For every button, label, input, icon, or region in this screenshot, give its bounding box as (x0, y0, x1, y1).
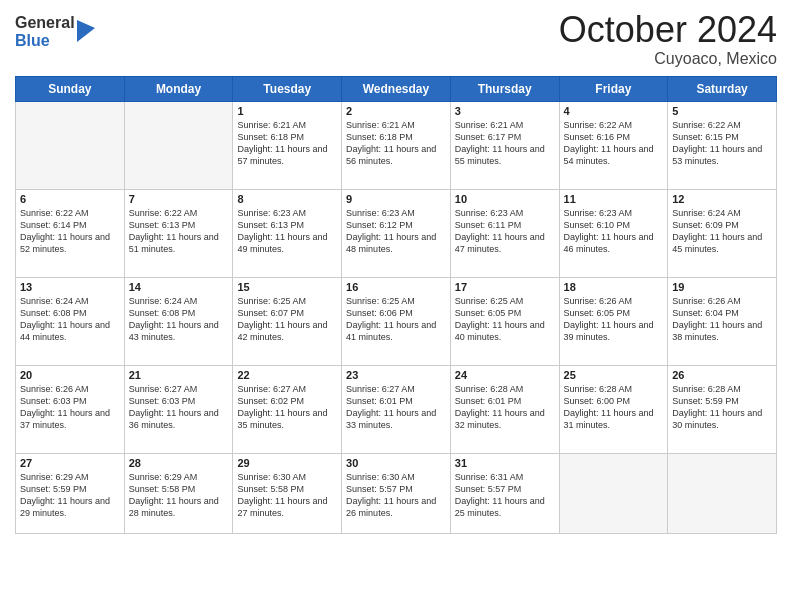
cal-cell: 2Sunrise: 6:21 AM Sunset: 6:18 PM Daylig… (342, 101, 451, 189)
cell-info: Sunrise: 6:23 AM Sunset: 6:13 PM Dayligh… (237, 207, 337, 256)
cal-cell: 1Sunrise: 6:21 AM Sunset: 6:18 PM Daylig… (233, 101, 342, 189)
logo-text: General Blue (15, 14, 75, 49)
cell-info: Sunrise: 6:24 AM Sunset: 6:08 PM Dayligh… (129, 295, 229, 344)
cell-info: Sunrise: 6:22 AM Sunset: 6:15 PM Dayligh… (672, 119, 772, 168)
title-block: October 2024 Cuyoaco, Mexico (559, 10, 777, 68)
logo-icon (77, 20, 95, 42)
week-row-2: 6Sunrise: 6:22 AM Sunset: 6:14 PM Daylig… (16, 189, 777, 277)
day-header-monday: Monday (124, 76, 233, 101)
day-header-sunday: Sunday (16, 76, 125, 101)
day-number: 14 (129, 281, 229, 293)
day-number: 5 (672, 105, 772, 117)
cal-cell: 25Sunrise: 6:28 AM Sunset: 6:00 PM Dayli… (559, 365, 668, 453)
cell-info: Sunrise: 6:26 AM Sunset: 6:03 PM Dayligh… (20, 383, 120, 432)
cal-cell (668, 453, 777, 533)
location: Cuyoaco, Mexico (559, 50, 777, 68)
day-header-thursday: Thursday (450, 76, 559, 101)
day-number: 29 (237, 457, 337, 469)
day-number: 6 (20, 193, 120, 205)
day-number: 24 (455, 369, 555, 381)
cal-cell: 29Sunrise: 6:30 AM Sunset: 5:58 PM Dayli… (233, 453, 342, 533)
days-header-row: SundayMondayTuesdayWednesdayThursdayFrid… (16, 76, 777, 101)
day-number: 17 (455, 281, 555, 293)
cal-cell: 12Sunrise: 6:24 AM Sunset: 6:09 PM Dayli… (668, 189, 777, 277)
cal-cell (16, 101, 125, 189)
day-number: 4 (564, 105, 664, 117)
cell-info: Sunrise: 6:22 AM Sunset: 6:16 PM Dayligh… (564, 119, 664, 168)
day-number: 11 (564, 193, 664, 205)
cal-cell: 27Sunrise: 6:29 AM Sunset: 5:59 PM Dayli… (16, 453, 125, 533)
cal-cell: 8Sunrise: 6:23 AM Sunset: 6:13 PM Daylig… (233, 189, 342, 277)
cal-cell: 15Sunrise: 6:25 AM Sunset: 6:07 PM Dayli… (233, 277, 342, 365)
cal-cell: 23Sunrise: 6:27 AM Sunset: 6:01 PM Dayli… (342, 365, 451, 453)
cal-cell: 21Sunrise: 6:27 AM Sunset: 6:03 PM Dayli… (124, 365, 233, 453)
logo: General Blue (15, 14, 95, 49)
day-header-saturday: Saturday (668, 76, 777, 101)
cal-cell: 14Sunrise: 6:24 AM Sunset: 6:08 PM Dayli… (124, 277, 233, 365)
cal-cell: 9Sunrise: 6:23 AM Sunset: 6:12 PM Daylig… (342, 189, 451, 277)
day-number: 19 (672, 281, 772, 293)
cell-info: Sunrise: 6:22 AM Sunset: 6:14 PM Dayligh… (20, 207, 120, 256)
cal-cell: 31Sunrise: 6:31 AM Sunset: 5:57 PM Dayli… (450, 453, 559, 533)
cal-cell: 6Sunrise: 6:22 AM Sunset: 6:14 PM Daylig… (16, 189, 125, 277)
header: General Blue October 2024 Cuyoaco, Mexic… (15, 10, 777, 68)
cal-cell: 16Sunrise: 6:25 AM Sunset: 6:06 PM Dayli… (342, 277, 451, 365)
svg-marker-0 (77, 20, 95, 42)
day-header-wednesday: Wednesday (342, 76, 451, 101)
cal-cell: 7Sunrise: 6:22 AM Sunset: 6:13 PM Daylig… (124, 189, 233, 277)
day-number: 21 (129, 369, 229, 381)
cell-info: Sunrise: 6:25 AM Sunset: 6:05 PM Dayligh… (455, 295, 555, 344)
week-row-5: 27Sunrise: 6:29 AM Sunset: 5:59 PM Dayli… (16, 453, 777, 533)
day-number: 8 (237, 193, 337, 205)
day-number: 28 (129, 457, 229, 469)
cell-info: Sunrise: 6:27 AM Sunset: 6:01 PM Dayligh… (346, 383, 446, 432)
cal-cell: 28Sunrise: 6:29 AM Sunset: 5:58 PM Dayli… (124, 453, 233, 533)
cell-info: Sunrise: 6:31 AM Sunset: 5:57 PM Dayligh… (455, 471, 555, 520)
cell-info: Sunrise: 6:23 AM Sunset: 6:12 PM Dayligh… (346, 207, 446, 256)
cal-cell: 4Sunrise: 6:22 AM Sunset: 6:16 PM Daylig… (559, 101, 668, 189)
cell-info: Sunrise: 6:23 AM Sunset: 6:10 PM Dayligh… (564, 207, 664, 256)
cell-info: Sunrise: 6:26 AM Sunset: 6:04 PM Dayligh… (672, 295, 772, 344)
cell-info: Sunrise: 6:21 AM Sunset: 6:18 PM Dayligh… (237, 119, 337, 168)
calendar-table: SundayMondayTuesdayWednesdayThursdayFrid… (15, 76, 777, 534)
cal-cell (559, 453, 668, 533)
cal-cell: 24Sunrise: 6:28 AM Sunset: 6:01 PM Dayli… (450, 365, 559, 453)
day-number: 16 (346, 281, 446, 293)
cell-info: Sunrise: 6:24 AM Sunset: 6:08 PM Dayligh… (20, 295, 120, 344)
page: General Blue October 2024 Cuyoaco, Mexic… (0, 0, 792, 612)
day-number: 9 (346, 193, 446, 205)
logo-blue: Blue (15, 32, 75, 50)
day-number: 18 (564, 281, 664, 293)
day-number: 10 (455, 193, 555, 205)
cell-info: Sunrise: 6:27 AM Sunset: 6:02 PM Dayligh… (237, 383, 337, 432)
cell-info: Sunrise: 6:23 AM Sunset: 6:11 PM Dayligh… (455, 207, 555, 256)
cell-info: Sunrise: 6:29 AM Sunset: 5:58 PM Dayligh… (129, 471, 229, 520)
day-number: 2 (346, 105, 446, 117)
cell-info: Sunrise: 6:21 AM Sunset: 6:17 PM Dayligh… (455, 119, 555, 168)
cal-cell: 26Sunrise: 6:28 AM Sunset: 5:59 PM Dayli… (668, 365, 777, 453)
day-header-friday: Friday (559, 76, 668, 101)
cal-cell: 11Sunrise: 6:23 AM Sunset: 6:10 PM Dayli… (559, 189, 668, 277)
cell-info: Sunrise: 6:27 AM Sunset: 6:03 PM Dayligh… (129, 383, 229, 432)
day-number: 15 (237, 281, 337, 293)
cell-info: Sunrise: 6:22 AM Sunset: 6:13 PM Dayligh… (129, 207, 229, 256)
cal-cell (124, 101, 233, 189)
cell-info: Sunrise: 6:28 AM Sunset: 6:00 PM Dayligh… (564, 383, 664, 432)
day-number: 27 (20, 457, 120, 469)
cal-cell: 19Sunrise: 6:26 AM Sunset: 6:04 PM Dayli… (668, 277, 777, 365)
cal-cell: 5Sunrise: 6:22 AM Sunset: 6:15 PM Daylig… (668, 101, 777, 189)
cell-info: Sunrise: 6:26 AM Sunset: 6:05 PM Dayligh… (564, 295, 664, 344)
day-number: 25 (564, 369, 664, 381)
cal-cell: 17Sunrise: 6:25 AM Sunset: 6:05 PM Dayli… (450, 277, 559, 365)
week-row-4: 20Sunrise: 6:26 AM Sunset: 6:03 PM Dayli… (16, 365, 777, 453)
cell-info: Sunrise: 6:28 AM Sunset: 5:59 PM Dayligh… (672, 383, 772, 432)
cal-cell: 30Sunrise: 6:30 AM Sunset: 5:57 PM Dayli… (342, 453, 451, 533)
day-number: 7 (129, 193, 229, 205)
logo-general: General (15, 14, 75, 32)
day-number: 3 (455, 105, 555, 117)
cell-info: Sunrise: 6:24 AM Sunset: 6:09 PM Dayligh… (672, 207, 772, 256)
cal-cell: 20Sunrise: 6:26 AM Sunset: 6:03 PM Dayli… (16, 365, 125, 453)
week-row-3: 13Sunrise: 6:24 AM Sunset: 6:08 PM Dayli… (16, 277, 777, 365)
day-number: 30 (346, 457, 446, 469)
day-number: 31 (455, 457, 555, 469)
